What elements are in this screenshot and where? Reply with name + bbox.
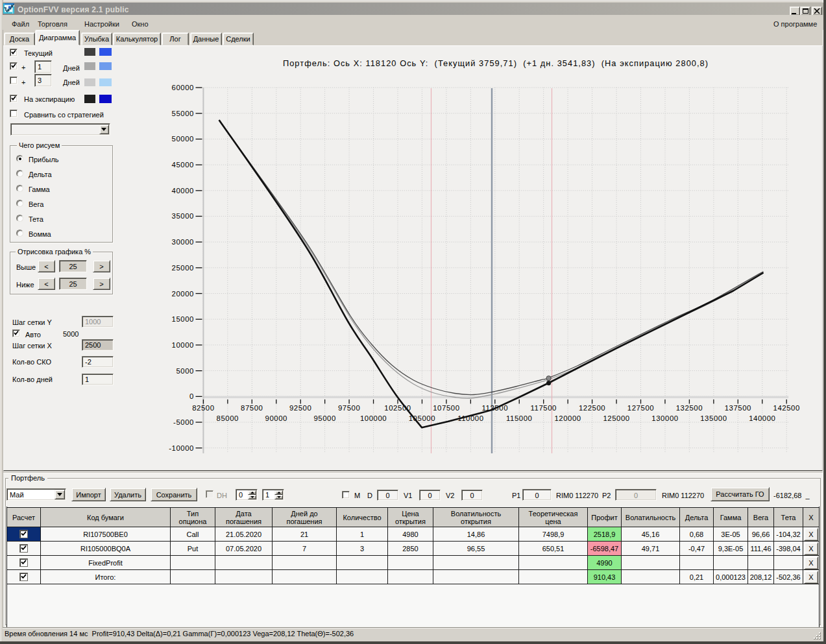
svg-text:115000: 115000 — [506, 414, 532, 422]
svg-text:92500: 92500 — [289, 404, 311, 412]
svg-text:97500: 97500 — [338, 404, 360, 412]
svg-text:Портфель: Ось X: 118120 Ось Y:: Портфель: Ось X: 118120 Ось Y: (Текущий … — [283, 58, 709, 68]
svg-text:30000: 30000 — [172, 238, 194, 246]
svg-text:130000: 130000 — [651, 414, 678, 422]
svg-text:132500: 132500 — [676, 404, 703, 412]
svg-text:87500: 87500 — [241, 404, 263, 412]
svg-text:-10000: -10000 — [169, 444, 194, 452]
svg-text:140000: 140000 — [749, 414, 775, 422]
svg-text:55000: 55000 — [172, 110, 194, 117]
svg-text:135000: 135000 — [700, 414, 727, 422]
svg-text:-5000: -5000 — [173, 418, 194, 426]
svg-text:60000: 60000 — [172, 84, 194, 91]
svg-text:10000: 10000 — [172, 341, 194, 349]
svg-text:142500: 142500 — [773, 404, 800, 412]
svg-text:82500: 82500 — [192, 404, 214, 412]
svg-text:25000: 25000 — [172, 264, 194, 272]
svg-text:15000: 15000 — [172, 315, 194, 323]
svg-text:125000: 125000 — [603, 414, 629, 422]
svg-text:120000: 120000 — [554, 414, 581, 422]
svg-text:35000: 35000 — [172, 212, 194, 220]
svg-text:85000: 85000 — [217, 414, 239, 422]
svg-text:40000: 40000 — [172, 187, 194, 195]
svg-text:5000: 5000 — [176, 367, 194, 375]
svg-text:107500: 107500 — [433, 404, 459, 412]
svg-text:45000: 45000 — [172, 161, 194, 169]
svg-text:127500: 127500 — [627, 404, 654, 412]
svg-text:100000: 100000 — [360, 414, 387, 422]
svg-text:95000: 95000 — [313, 414, 335, 422]
svg-text:50000: 50000 — [172, 135, 194, 143]
svg-text:137500: 137500 — [725, 404, 751, 412]
svg-text:90000: 90000 — [265, 414, 287, 422]
svg-text:122500: 122500 — [579, 404, 605, 412]
svg-text:117500: 117500 — [530, 404, 556, 412]
svg-text:20000: 20000 — [172, 290, 194, 298]
svg-text:0: 0 — [189, 392, 194, 400]
